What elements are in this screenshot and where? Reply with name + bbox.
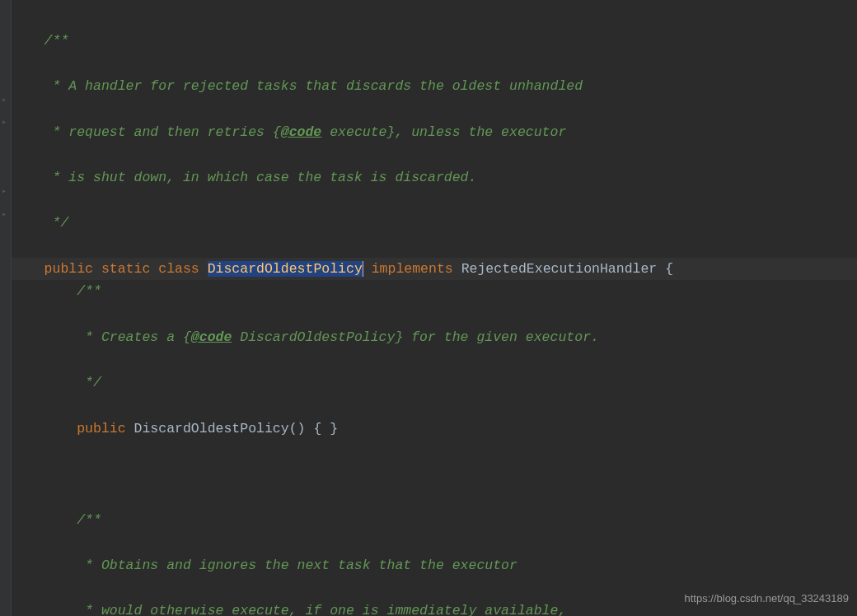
javadoc-comment: execute}, unless the executor [321,124,566,140]
javadoc-comment: * would otherwise execute, if one is imm… [12,603,566,616]
javadoc-comment: * Obtains and ignores the next task that… [12,558,517,573]
keyword: public [12,421,134,436]
javadoc-tag: @code [281,124,322,140]
keyword: public static class [44,261,208,277]
brace: { [665,261,673,277]
indent [12,261,44,277]
code-editor[interactable]: /** * A handler for rejected tasks that … [12,0,857,616]
javadoc-comment: /** [12,33,68,49]
current-line-highlight: public static class DiscardOldestPolicy … [12,258,857,281]
javadoc-comment: /** [12,283,101,299]
javadoc-comment: * A handler for rejected tasks that disc… [12,78,583,94]
fold-marker-icon[interactable]: ▸ [2,188,10,196]
selected-text: DiscardOldestPolicy [208,261,363,277]
fold-marker-icon[interactable]: ▸ [2,96,10,105]
javadoc-comment: */ [12,375,101,390]
editor-gutter: ▸ ▸ ▸ ▸ [0,0,12,616]
javadoc-tag: @code [191,329,232,345]
javadoc-comment: DiscardOldestPolicy} for the given execu… [232,329,599,345]
javadoc-comment: * Creates a { [12,329,191,345]
watermark-text: https://blog.csdn.net/qq_33243189 [685,590,850,608]
constructor-name: DiscardOldestPolicy [134,421,289,436]
parens: () [289,421,314,436]
braces: { } [313,421,338,436]
keyword: implements [363,261,461,277]
type-name: RejectedExecutionHandler [461,261,666,277]
fold-marker-icon[interactable]: ▸ [2,119,10,127]
fold-marker-icon[interactable]: ▸ [2,211,10,219]
javadoc-comment: */ [12,215,68,231]
javadoc-comment: * is shut down, in which case the task i… [12,170,476,185]
javadoc-comment: * request and then retries { [12,124,281,140]
javadoc-comment: /** [12,512,101,528]
